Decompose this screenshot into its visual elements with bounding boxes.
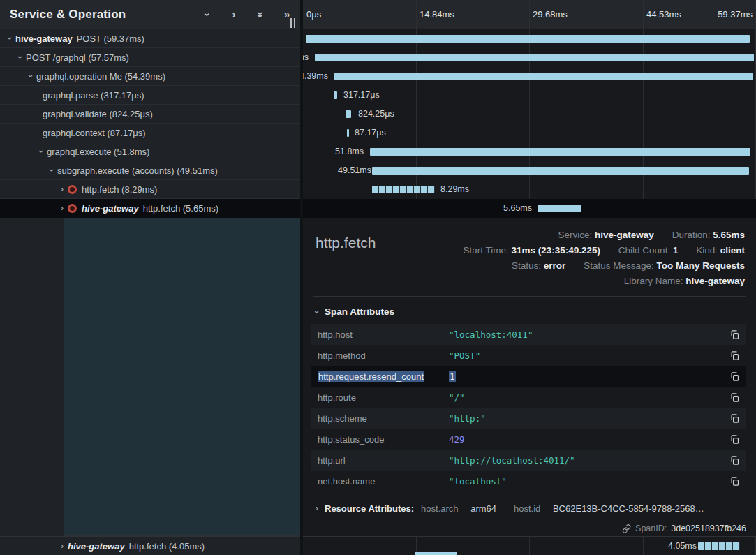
tree-row-graphql-operation[interactable]: › graphql.operation Me (54.39ms) <box>0 67 300 86</box>
copy-icon[interactable] <box>729 330 740 340</box>
timeline-row-selected[interactable]: 5.65ms <box>303 199 756 218</box>
tree-row-graphql-validate[interactable]: graphql.validate (824.25μs) <box>0 105 300 124</box>
attribute-value: 1 <box>449 371 729 382</box>
timeline-row[interactable]: 87.17μs <box>303 124 756 142</box>
timeline-row[interactable]: 49.51ms <box>303 161 756 180</box>
meta-label: Service: <box>558 230 593 240</box>
chevron-right-icon[interactable]: › <box>57 184 68 194</box>
timeline-row[interactable] <box>303 29 756 48</box>
span-bar[interactable] <box>698 542 740 550</box>
tree-toolbar: › › » » <box>202 9 292 20</box>
duration-label: 4.05ms <box>668 541 697 551</box>
duration-label: 87.17μs <box>355 128 386 138</box>
ruler-tick: 59.37ms <box>718 9 753 20</box>
ruler-tick: 0μs <box>306 9 321 20</box>
span-attributes-header[interactable]: › Span Attributes <box>303 297 756 324</box>
span-detail-panel: http.fetch Service: hive-gateway Duratio… <box>303 218 756 536</box>
span-label: graphql.context (87.17μs) <box>43 128 146 138</box>
equals-sign: = <box>462 503 468 514</box>
timeline-row[interactable]: 57.57ms <box>303 48 756 67</box>
span-bar[interactable] <box>347 129 349 137</box>
section-title: Resource Attributes: <box>325 503 414 514</box>
tree-row-graphql-execute[interactable]: › graphql.execute (51.8ms) <box>0 142 300 161</box>
tree-row-graphql-context[interactable]: graphql.context (87.17μs) <box>0 124 300 142</box>
duration-label: 57.57ms <box>303 52 309 62</box>
timeline-row[interactable]: 317.17μs <box>303 86 756 105</box>
tree-row-subgraph-execute[interactable]: › subgraph.execute (accounts) (49.51ms) <box>0 161 300 180</box>
copy-icon[interactable] <box>729 371 740 382</box>
timeline-row[interactable]: 4.05ms <box>303 536 756 555</box>
span-label: graphql.operation Me (54.39ms) <box>36 71 165 82</box>
span-detail-meta: Service: hive-gateway Duration: 5.65ms S… <box>463 228 745 289</box>
chevron-down-icon[interactable]: › <box>312 311 322 313</box>
meta-label: Status Message: <box>584 260 654 271</box>
copy-icon[interactable] <box>729 476 740 487</box>
tree-row-post-graphql[interactable]: › POST /graphql (57.57ms) <box>0 48 300 67</box>
span-bar[interactable] <box>372 167 749 175</box>
span-label: http.fetch (5.65ms) <box>143 203 218 214</box>
span-bar[interactable] <box>538 205 581 212</box>
tree-row-http-fetch-4ms[interactable]: › hive-gateway http.fetch (4.05ms) <box>0 536 300 555</box>
chevron-down-icon[interactable]: › <box>47 165 57 176</box>
error-icon <box>68 185 77 194</box>
attribute-key: net.host.name <box>318 476 449 487</box>
span-label: POST (59.37ms) <box>77 34 144 44</box>
copy-icon[interactable] <box>729 413 740 424</box>
attribute-key: http.route <box>318 392 449 403</box>
timeline-row[interactable]: 824.25μs <box>303 105 756 124</box>
span-bar-partial[interactable] <box>415 552 457 555</box>
attribute-key: http.status_code <box>318 434 449 445</box>
resource-attributes-row[interactable]: › Resource Attributes: host.arch = arm64… <box>303 491 756 514</box>
span-bar[interactable] <box>370 148 750 156</box>
tree-row-http-fetch-8ms[interactable]: › http.fetch (8.29ms) <box>0 180 300 199</box>
timeline-row[interactable]: 54.39ms <box>303 67 756 86</box>
chevron-right-icon[interactable]: › <box>57 541 68 551</box>
attribute-key: http.method <box>318 350 449 361</box>
span-bar[interactable] <box>306 35 750 43</box>
span-bar[interactable] <box>346 110 351 118</box>
ruler-tick: 44.53ms <box>646 9 681 20</box>
chevron-down-icon[interactable]: › <box>36 146 46 157</box>
attribute-key: http.host <box>318 330 449 340</box>
copy-icon[interactable] <box>729 392 740 403</box>
chevron-down-icon[interactable]: › <box>26 71 36 82</box>
duration-label: 317.17μs <box>343 90 380 100</box>
copy-icon[interactable] <box>729 455 740 466</box>
chevron-right-icon[interactable]: › <box>316 503 318 513</box>
span-id-label: SpanID: <box>635 524 667 533</box>
attribute-value: "http://localhost:4011/" <box>449 455 729 466</box>
timeline-row[interactable]: 51.8ms <box>303 142 756 161</box>
span-bar[interactable] <box>315 54 754 61</box>
meta-line: Start Time: 31ms (23:35:49.225) Child Co… <box>463 243 745 258</box>
span-tree: › hive-gateway POST (59.37ms) › POST /gr… <box>0 29 300 218</box>
splitter-handle-icon[interactable] <box>290 18 299 28</box>
link-icon[interactable] <box>622 524 631 533</box>
copy-icon[interactable] <box>729 350 740 361</box>
chevron-down-icon[interactable]: › <box>202 10 213 20</box>
panel-title: Service & Operation <box>10 8 126 22</box>
meta-label: Library Name: <box>624 276 683 286</box>
duration-label: 49.51ms <box>338 165 371 175</box>
expand-all-icon[interactable]: » <box>255 10 266 20</box>
attributes-table: http.host "localhost:4011" http.method "… <box>311 324 746 491</box>
meta-line: Service: hive-gateway Duration: 5.65ms <box>463 228 745 243</box>
chevron-right-icon[interactable]: › <box>229 9 239 20</box>
copy-icon[interactable] <box>729 434 740 445</box>
chevron-down-icon[interactable]: › <box>5 33 15 44</box>
span-bar[interactable] <box>334 91 337 99</box>
span-bar[interactable] <box>334 73 753 80</box>
chevron-right-icon[interactable]: › <box>57 203 68 213</box>
ruler-tick: 29.68ms <box>533 9 568 20</box>
chevron-down-icon[interactable]: › <box>15 52 25 63</box>
attribute-value: "POST" <box>449 350 729 361</box>
tree-row-graphql-parse[interactable]: graphql.parse (317.17μs) <box>0 86 300 105</box>
tree-row-http-fetch-5ms-selected[interactable]: › hive-gateway http.fetch (5.65ms) <box>0 199 300 218</box>
tree-row-hive-gateway-post[interactable]: › hive-gateway POST (59.37ms) <box>0 29 300 48</box>
span-id-footer: SpanID: 3de02518937fb246 <box>303 514 756 533</box>
meta-value: 1 <box>673 245 679 256</box>
timeline-row[interactable]: 8.29ms <box>303 180 756 199</box>
span-bar[interactable] <box>372 186 435 193</box>
meta-value: error <box>544 260 566 271</box>
attribute-row: http.scheme "http:" <box>311 408 746 429</box>
meta-label: Start Time: <box>463 245 508 256</box>
